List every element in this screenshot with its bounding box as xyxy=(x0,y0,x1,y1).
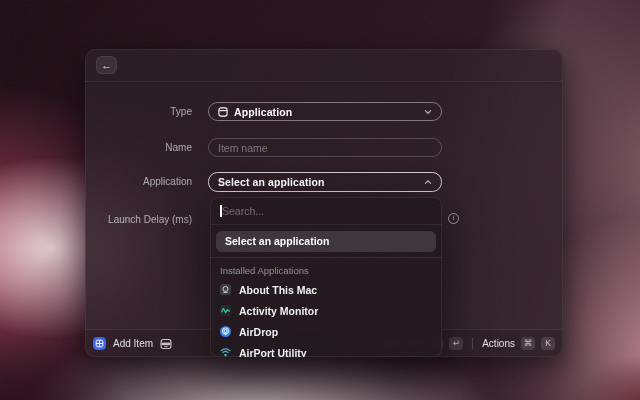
launch-delay-label: Launch Delay (ms) xyxy=(85,210,192,229)
list-item-label: AirDrop xyxy=(239,326,278,338)
archive-box-icon xyxy=(160,338,172,350)
list-item-label: AirPort Utility xyxy=(239,347,307,358)
dropdown-search xyxy=(210,197,442,225)
dropdown-section-header: Installed Applications xyxy=(210,265,442,277)
application-select[interactable]: Select an application xyxy=(208,172,442,192)
back-button[interactable]: ← xyxy=(96,56,117,74)
return-key-icon: ↵ xyxy=(449,337,463,350)
list-item-label: Activity Monitor xyxy=(239,305,318,317)
chevron-up-icon xyxy=(424,179,432,185)
info-icon[interactable]: i xyxy=(448,213,459,224)
application-dropdown: Select an application Installed Applicat… xyxy=(210,197,442,357)
window-header: ← xyxy=(85,49,563,82)
about-this-mac-icon xyxy=(220,284,231,295)
raycast-window: ← Type Application Name xyxy=(85,49,563,357)
list-item-about-this-mac[interactable]: About This Mac xyxy=(210,279,442,300)
back-arrow-icon: ← xyxy=(101,59,112,71)
app-window-icon xyxy=(218,107,228,117)
screen: ← Type Application Name xyxy=(0,0,640,400)
application-label: Application xyxy=(85,172,192,192)
command-key-icon: ⌘ xyxy=(521,337,535,350)
airport-utility-icon xyxy=(220,347,231,357)
type-row: Type Application xyxy=(85,102,563,121)
name-row: Name xyxy=(85,138,563,157)
airdrop-icon xyxy=(220,326,231,337)
dropdown-divider xyxy=(210,257,442,258)
chevron-down-icon xyxy=(424,109,432,115)
application-list: About This Mac Activity Monitor xyxy=(210,279,442,357)
application-row: Application Select an application xyxy=(85,172,563,192)
name-field xyxy=(208,138,442,157)
command-title: Add Item xyxy=(113,338,153,349)
list-item-airport-utility[interactable]: AirPort Utility xyxy=(210,342,442,357)
k-key-icon: K xyxy=(541,337,555,350)
list-item-activity-monitor[interactable]: Activity Monitor xyxy=(210,300,442,321)
name-label: Name xyxy=(85,138,192,157)
text-caret xyxy=(220,205,222,217)
list-item-label: About This Mac xyxy=(239,284,317,296)
type-select[interactable]: Application xyxy=(208,102,442,121)
extension-icon xyxy=(93,337,106,350)
name-input[interactable] xyxy=(218,142,432,154)
type-value: Application xyxy=(234,106,292,118)
dropdown-option-selected[interactable]: Select an application xyxy=(216,231,436,252)
application-value: Select an application xyxy=(218,176,325,188)
dropdown-search-input[interactable] xyxy=(210,197,442,224)
activity-monitor-icon xyxy=(220,305,231,316)
footer-divider xyxy=(472,338,473,349)
type-label: Type xyxy=(85,102,192,121)
actions-button[interactable]: Actions xyxy=(482,338,515,349)
list-item-airdrop[interactable]: AirDrop xyxy=(210,321,442,342)
